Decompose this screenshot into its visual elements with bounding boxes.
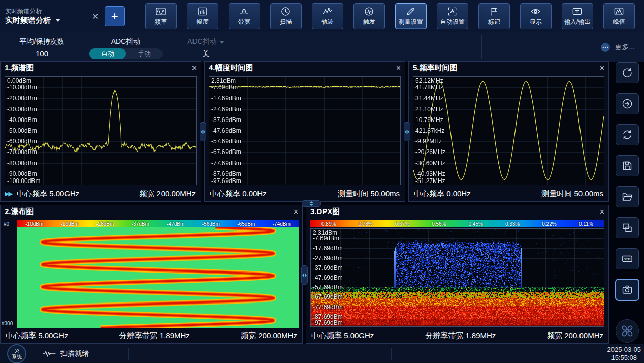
sidebar-button[interactable] (616, 155, 639, 176)
sweep-status-text: 扫描就绪 (60, 349, 89, 358)
spectrum-analyzer-app: 实时频谱分析 实时频谱分析 × + 频率 幅度 带宽 扫描 (0, 0, 644, 363)
close-icon[interactable]: × (396, 64, 401, 72)
system-button[interactable]: 系统 (7, 344, 26, 363)
splitter-vertical[interactable] (301, 265, 308, 285)
colorbar-label: 0.45% (458, 220, 494, 227)
footer-readout: 频宽 200.00MHz (547, 331, 603, 341)
close-icon[interactable]: × (294, 208, 298, 216)
avg-hold-label: 平均/保持次数 (0, 37, 84, 46)
amplitude-time-plot[interactable]: 2.31dBm-7.69dBm-17.69dBm-27.69dBm-37.69d… (209, 76, 401, 185)
footer-readout: 分辨率带宽 1.89MHz (119, 331, 190, 341)
splitter-vertical[interactable] (404, 122, 410, 141)
spectrum-plot[interactable]: 0.00dBm-10.00dBm-20.00dBm-30.00dBm-40.00… (5, 76, 197, 185)
panel-header[interactable]: 2.瀑布图 × (1, 205, 302, 218)
frequency-time-plot-canvas[interactable] (413, 77, 604, 185)
more-button[interactable]: 更多... (600, 42, 635, 52)
waterfall-colorbar: -10dBm-19dBm-28dBm-37dBm-47dBm-56dBm-65d… (17, 220, 299, 227)
dpx-plot-canvas[interactable] (311, 229, 604, 326)
sidebar-button[interactable] (616, 93, 639, 114)
date-text: 2025-03-05 (607, 346, 641, 354)
amplitude-time-plot-canvas[interactable] (209, 77, 400, 185)
panel-frequency-time: 5.频率时间图 × 52.12MHz41.78MHz31.44MHz21.10M… (408, 61, 609, 202)
footer-readout: 频宽 200.00MHz (139, 189, 196, 199)
time-text: 15:55:08 (607, 354, 641, 362)
panel-dpx: 3.DPX图 × 0.89%0.78%0.67%0.56%0.45%0.33%0… (306, 205, 609, 344)
waterfall-plot-canvas[interactable] (17, 227, 299, 328)
sidebar-button[interactable] (616, 62, 639, 83)
toolbar-button[interactable]: 频率 (145, 3, 177, 29)
divider (357, 35, 357, 59)
row-index-first: #0 (4, 221, 9, 227)
spectrum-plot-canvas[interactable] (5, 77, 196, 185)
toolbar-button-label: 自动设置 (440, 18, 465, 26)
panel-title: 1.频谱图 (5, 63, 34, 73)
toolbar-button-label: 触发 (363, 18, 375, 26)
panel-header[interactable]: 3.DPX图 × (306, 205, 608, 218)
footer-readout: 测量时间 50.00ms (338, 189, 400, 199)
svg-text:SCPI: SCPI (624, 258, 631, 261)
adc-jitter-label: ADC抖动 (84, 37, 168, 46)
panel-amplitude-time: 4.幅度时间图 × 2.31dBm-7.69dBm-17.69dBm-27.69… (204, 61, 405, 202)
add-window-button[interactable]: + (105, 6, 125, 26)
toolbar-button-label: 带宽 (238, 18, 250, 26)
toolbar-button-label: 扫描 (280, 18, 292, 26)
toolbar-button[interactable]: 输入/输出 (562, 3, 593, 29)
toolbar-button[interactable]: 触发 (353, 3, 385, 29)
toolbar-button[interactable]: 带宽 (229, 3, 260, 29)
toolbar-button[interactable]: 自动设置 (437, 3, 468, 29)
divider (481, 35, 482, 59)
chevron-down-icon[interactable] (55, 19, 60, 22)
toolbar-button[interactable]: 标记 (478, 3, 510, 29)
sidebar-button[interactable] (616, 124, 639, 145)
sidebar-button[interactable] (616, 186, 639, 207)
frequency-time-plot[interactable]: 52.12MHz41.78MHz31.44MHz21.10MHz10.76MHz… (413, 76, 604, 185)
sidebar-button[interactable]: SCPI (616, 248, 639, 269)
panel-header[interactable]: 5.频率时间图 × (409, 62, 608, 74)
toolbar-button[interactable]: 轨迹 (312, 3, 343, 29)
ellipsis-icon (600, 42, 610, 52)
colorbar-label: 0.22% (531, 220, 567, 227)
close-icon[interactable]: × (192, 64, 197, 72)
toolbar-button-label: 幅度 (197, 18, 209, 26)
colorbar-label: 0.67% (384, 220, 421, 227)
close-icon[interactable]: × (600, 208, 604, 216)
toolbar-button[interactable]: 显示 (520, 3, 552, 29)
splitter-horizontal[interactable] (302, 200, 321, 207)
system-wheel-button[interactable] (616, 319, 639, 343)
sweep-status-icon (43, 350, 56, 357)
panel-header[interactable]: 4.幅度时间图 × (205, 62, 405, 74)
toolbar-button[interactable]: 测量设置 (395, 3, 427, 29)
dpx-plot[interactable]: 2.31dBm-7.69dBm-17.69dBm-27.69dBm-37.69d… (310, 228, 604, 327)
sidebar-button[interactable] (616, 279, 639, 300)
adc-auto-option[interactable]: 自动 (89, 48, 126, 59)
trigger-icon (364, 6, 374, 17)
trace-marker-icon: ▶▶ (5, 190, 12, 197)
panel-title: 2.瀑布图 (5, 207, 34, 217)
toolbar-button-label: 显示 (530, 18, 542, 26)
footer-readout: 中心频率 5.00GHz (6, 331, 68, 341)
toolbar-button[interactable]: 扫描 (270, 3, 302, 29)
avg-hold-value[interactable]: 100 (0, 49, 84, 58)
dpx-colorbar: 0.89%0.78%0.67%0.56%0.45%0.33%0.22%0.11% (310, 220, 604, 227)
adc-manual-option[interactable]: 手动 (126, 48, 163, 59)
panel-title: 3.DPX图 (310, 207, 340, 217)
top-toolbar: 实时频谱分析 实时频谱分析 × + 频率 幅度 带宽 扫描 (0, 0, 644, 33)
footer-readout: 分辨率带宽 1.89MHz (425, 331, 496, 341)
screenshot-icon (621, 284, 633, 296)
splitter-vertical[interactable] (200, 122, 206, 141)
colorbar-label: -28dBm (87, 220, 123, 227)
close-app-button[interactable]: × (92, 11, 99, 22)
row-index-last: #300 (2, 321, 13, 326)
panel-header[interactable]: 1.频谱图 × (1, 62, 201, 74)
toolbar-button[interactable]: 峰值 (603, 3, 635, 29)
measure-settings-icon (405, 6, 416, 17)
status-divider (128, 348, 129, 360)
waterfall-plot[interactable] (17, 227, 299, 328)
sidebar-button[interactable] (616, 217, 639, 238)
app-switcher[interactable]: 实时频谱分析 实时频谱分析 (0, 7, 86, 25)
close-icon[interactable]: × (600, 64, 604, 72)
sweep-icon (280, 6, 291, 17)
toolbar-button[interactable]: 幅度 (187, 3, 218, 29)
adc-jitter2-value[interactable]: 关 (168, 49, 244, 59)
wheel-icon (619, 323, 635, 339)
